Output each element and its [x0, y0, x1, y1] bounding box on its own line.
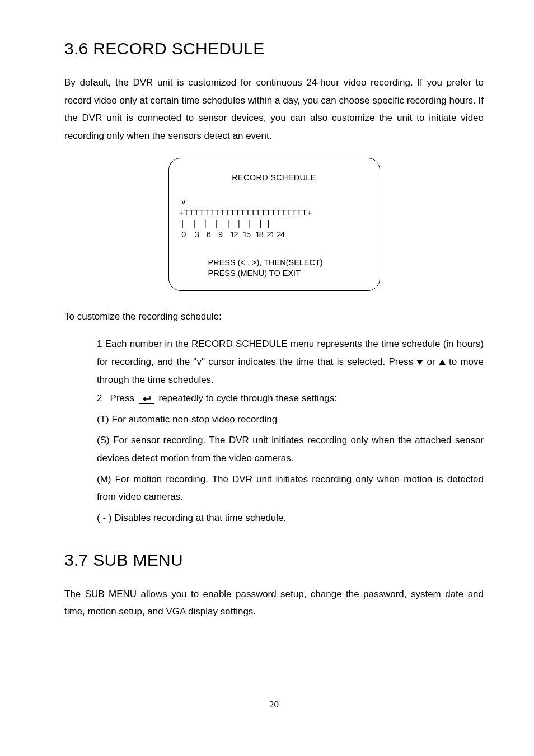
schedule-footer-line1: PRESS (< , >), THEN(SELECT) — [208, 257, 375, 269]
triangle-down-icon — [416, 360, 423, 365]
step-2: 2 Press repeatedly to cycle through thes… — [97, 389, 484, 407]
intro-paragraph: By default, the DVR unit is customized f… — [64, 74, 484, 144]
triangle-up-icon — [439, 360, 446, 365]
section-heading-sub-menu: 3.7 SUB MENU — [64, 551, 484, 570]
section-heading-record-schedule: 3.6 RECORD SCHEDULE — [64, 39, 484, 58]
option-m: (M) For motion recording. The DVR unit i… — [97, 471, 484, 506]
enter-key-icon — [139, 393, 154, 404]
schedule-diagram: RECORD SCHEDULE v + T T T T T T T T T T … — [168, 158, 380, 290]
schedule-diagram-wrapper: RECORD SCHEDULE v + T T T T T T T T T T … — [64, 158, 484, 290]
schedule-tick-line: | | | | | | | | | — [174, 219, 375, 230]
customize-lead: To customize the recording schedule: — [64, 308, 484, 326]
option-dash: ( - ) Disables recording at that time sc… — [97, 509, 484, 527]
schedule-footer-line2: PRESS (MENU) TO EXIT — [208, 268, 375, 279]
schedule-cursor-line: v — [174, 196, 375, 208]
page-number: 20 — [64, 699, 484, 710]
schedule-footer: PRESS (< , >), THEN(SELECT) PRESS (MENU)… — [174, 257, 375, 279]
schedule-title: RECORD SCHEDULE — [174, 173, 375, 182]
sub-menu-body: The SUB MENU allows you to enable passwo… — [64, 585, 484, 621]
step-1: 1 Each number in the RECORD SCHEDULE men… — [97, 335, 484, 388]
schedule-bar-line: + T T T T T T T T T T T T T T T T T T T … — [174, 208, 375, 219]
step-2-post: repeatedly to cycle through these settin… — [156, 389, 337, 407]
schedule-num-line: 0 3 6 9 12 15 18 21 24 — [174, 229, 375, 241]
step-1-text-mid: or — [423, 356, 439, 367]
step-2-pre: 2 Press — [97, 389, 137, 407]
